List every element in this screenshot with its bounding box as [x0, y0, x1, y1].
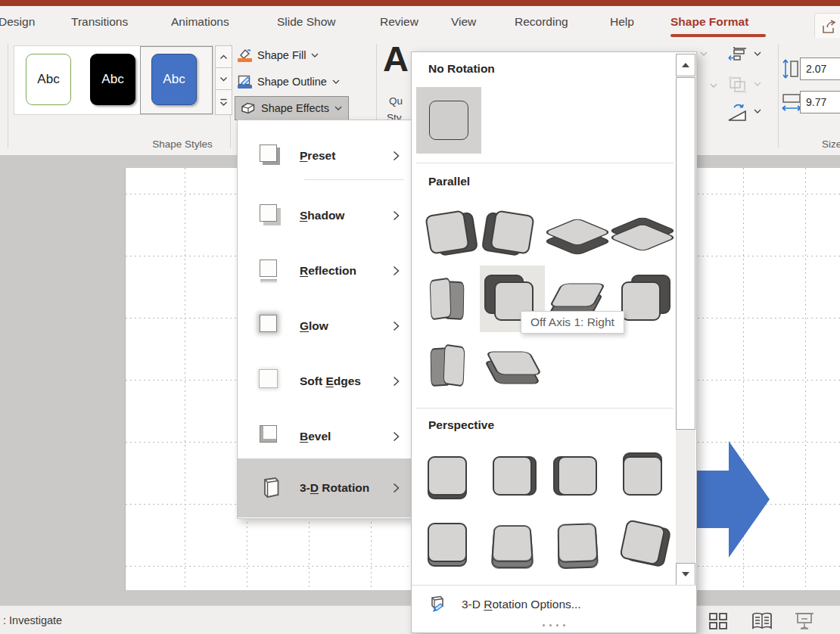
- soft-edges-effect-icon: [257, 368, 285, 395]
- rotation-thumb-isometric-top-up[interactable]: [545, 199, 610, 266]
- menu-item-3d-rotation[interactable]: 3-D Rotation: [238, 458, 412, 517]
- rotation-thumb-off-axis-2-right[interactable]: [415, 332, 480, 399]
- chevron-right-icon: [393, 151, 400, 161]
- group-objects-button[interactable]: [728, 76, 748, 97]
- shape-style-swatch-1[interactable]: Abc: [26, 54, 71, 105]
- chevron-down-icon: [334, 106, 342, 110]
- chevron-up-icon: [219, 54, 228, 60]
- 3d-rotation-submenu: No Rotation Parallel Perspective: [411, 51, 697, 633]
- share-button[interactable]: [814, 13, 840, 41]
- normal-view-icon: [709, 613, 727, 629]
- rotation-thumb-perspective-below[interactable]: [415, 509, 480, 576]
- rotation-thumb-perspective-above[interactable]: [610, 443, 675, 509]
- chevron-down-icon: [219, 76, 228, 82]
- 3d-rotation-options-icon: [427, 594, 448, 615]
- rotation-thumb-off-axis-1-left[interactable]: [415, 266, 480, 332]
- reading-view-button[interactable]: [751, 611, 773, 631]
- shape-height-input[interactable]: [800, 57, 840, 80]
- tab-animations[interactable]: Animations: [171, 6, 229, 38]
- shape-style-selected-frame: Abc: [140, 46, 213, 114]
- shadow-effect-icon: [257, 202, 285, 229]
- reflection-effect-icon: [257, 257, 285, 284]
- options-separator: [412, 585, 696, 586]
- rotate-icon: [726, 103, 749, 123]
- rotation-thumb-perspective-heroic[interactable]: [610, 509, 675, 576]
- group-separator: [778, 44, 779, 148]
- chevron-right-icon: [393, 210, 400, 221]
- tab-shape-format[interactable]: Shape Format: [670, 6, 748, 38]
- tab-review[interactable]: Review: [380, 6, 418, 38]
- rotation-thumb-perspective-front[interactable]: [415, 443, 480, 509]
- menu-item-reflection[interactable]: Reflection: [238, 250, 412, 292]
- tab-help[interactable]: Help: [610, 6, 634, 38]
- scroll-down-icon: [682, 572, 689, 577]
- menu-item-shadow[interactable]: Shadow: [238, 194, 412, 237]
- chevron-right-icon: [393, 431, 400, 442]
- active-tab-underline: [670, 34, 766, 37]
- menu-item-glow[interactable]: Glow: [238, 305, 412, 347]
- slide-show-button[interactable]: [793, 611, 816, 631]
- shape-styles-group-label: Shape Styles: [148, 138, 216, 150]
- accessibility-status[interactable]: : Investigate: [3, 606, 62, 634]
- rotation-thumb-perspective-right[interactable]: [545, 443, 610, 509]
- tab-design[interactable]: Design: [0, 6, 35, 38]
- group-icon: [728, 76, 748, 94]
- menu-item-bevel[interactable]: Bevel: [238, 415, 412, 458]
- rotation-thumb-perspective-relaxed[interactable]: [480, 509, 545, 576]
- normal-view-button[interactable]: [707, 611, 730, 631]
- rotation-thumb-isometric-bottom-down[interactable]: [610, 199, 675, 266]
- group-separator: [8, 44, 8, 148]
- shape-fill-button[interactable]: Shape Fill: [238, 45, 319, 66]
- scrollbar-track[interactable]: [676, 430, 695, 563]
- scrollbar-down-button[interactable]: [676, 563, 695, 586]
- scrollbar-up-button[interactable]: [676, 54, 695, 76]
- parallel-heading: Parallel: [428, 175, 470, 188]
- shape-effects-button[interactable]: Shape Effects: [235, 96, 349, 120]
- chevron-right-icon: [393, 483, 400, 493]
- chevron-down-icon[interactable]: [754, 51, 761, 56]
- slide-show-icon: [795, 612, 814, 630]
- chevron-down-icon[interactable]: [754, 82, 761, 86]
- shape-style-swatch-3[interactable]: Abc: [151, 54, 197, 105]
- wordart-styles-preview[interactable]: A: [383, 41, 409, 76]
- gallery-up-button[interactable]: [215, 45, 232, 68]
- rotation-thumb-no-rotation[interactable]: [416, 87, 481, 154]
- shape-outline-button[interactable]: Shape Outline: [238, 71, 340, 92]
- gallery-down-button[interactable]: [215, 67, 232, 90]
- submenu-separator: [416, 163, 674, 163]
- shape-styles-gallery: Abc Abc Abc: [14, 45, 213, 115]
- height-icon: [782, 59, 799, 82]
- chevron-down-icon[interactable]: [700, 51, 708, 56]
- submenu-scrollbar: [676, 54, 695, 585]
- tab-recording[interactable]: Recording: [515, 6, 568, 38]
- quick-styles-label-line1: Qu: [389, 95, 403, 107]
- rotation-thumb-off-axis-2-top[interactable]: [480, 332, 545, 399]
- shape-outline-icon: [238, 75, 252, 89]
- rotation-thumb-isometric-left-down[interactable]: [415, 199, 480, 266]
- chevron-down-icon[interactable]: [754, 109, 761, 113]
- no-rotation-heading: No Rotation: [428, 62, 495, 76]
- gallery-more-button[interactable]: [215, 89, 232, 115]
- tab-view[interactable]: View: [451, 6, 476, 38]
- shape-width-input[interactable]: [800, 91, 840, 113]
- 3d-rotation-options-item[interactable]: 3-D Rotation Options...: [412, 586, 696, 623]
- shape-effects-label: Shape Effects: [261, 102, 329, 114]
- menu-item-soft-edges[interactable]: Soft Edges: [238, 360, 412, 402]
- rotation-thumb-isometric-right-up[interactable]: [480, 199, 545, 266]
- preset-tooltip: Off Axis 1: Right: [521, 311, 624, 334]
- menu-resize-grip[interactable]: [412, 624, 696, 626]
- perspective-gallery: [415, 443, 675, 576]
- chevron-down-icon: [332, 79, 340, 84]
- chevron-down-icon[interactable]: [710, 83, 717, 88]
- rotation-thumb-perspective-relaxed-moderately[interactable]: [545, 509, 610, 576]
- shape-style-swatch-2[interactable]: Abc: [90, 54, 135, 105]
- rotation-thumb-perspective-left[interactable]: [480, 443, 545, 509]
- tab-slide-show[interactable]: Slide Show: [277, 6, 336, 38]
- scrollbar-thumb[interactable]: [676, 77, 695, 430]
- menu-item-preset[interactable]: Preset: [238, 135, 412, 177]
- shape-effects-icon: [240, 101, 256, 115]
- tab-transitions[interactable]: Transitions: [71, 6, 128, 38]
- align-objects-button[interactable]: [728, 47, 748, 67]
- shape-effects-menu: Preset Shadow Reflection Glow Soft Edges…: [237, 120, 412, 519]
- rotate-objects-button[interactable]: [726, 103, 749, 126]
